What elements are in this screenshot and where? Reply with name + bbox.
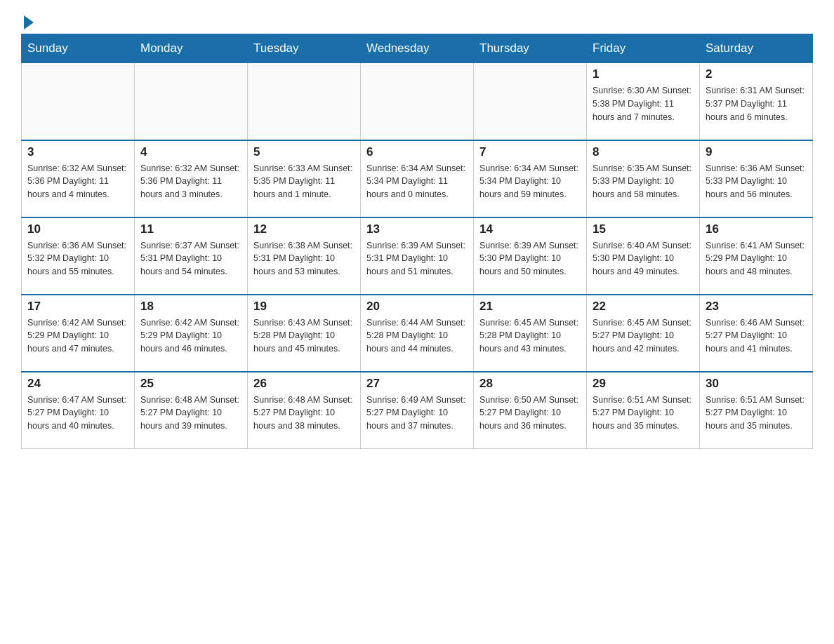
day-number: 25 [140,377,241,391]
day-number: 28 [479,377,581,391]
calendar-week-row: 24Sunrise: 6:47 AM Sunset: 5:27 PM Dayli… [22,372,813,449]
calendar-cell: 27Sunrise: 6:49 AM Sunset: 5:27 PM Dayli… [361,372,474,449]
day-number: 19 [253,300,355,314]
calendar-cell [474,63,587,140]
day-number: 24 [27,377,128,391]
day-number: 15 [593,222,694,236]
calendar-cell [135,63,248,140]
day-info: Sunrise: 6:46 AM Sunset: 5:27 PM Dayligh… [706,316,807,356]
day-number: 10 [27,222,128,236]
day-header-friday: Friday [587,34,700,63]
day-info: Sunrise: 6:36 AM Sunset: 5:32 PM Dayligh… [27,239,128,279]
calendar-cell: 1Sunrise: 6:30 AM Sunset: 5:38 PM Daylig… [587,63,700,140]
day-info: Sunrise: 6:47 AM Sunset: 5:27 PM Dayligh… [27,394,128,433]
day-number: 20 [366,300,468,314]
day-number: 6 [366,145,468,159]
calendar-header-row: SundayMondayTuesdayWednesdayThursdayFrid… [22,34,813,63]
day-number: 12 [253,222,355,236]
day-info: Sunrise: 6:50 AM Sunset: 5:27 PM Dayligh… [479,394,581,433]
calendar-cell: 9Sunrise: 6:36 AM Sunset: 5:33 PM Daylig… [700,140,813,217]
day-number: 8 [593,145,694,159]
day-header-sunday: Sunday [22,34,135,63]
day-number: 1 [593,67,694,81]
calendar-cell: 24Sunrise: 6:47 AM Sunset: 5:27 PM Dayli… [22,372,135,449]
calendar-cell: 19Sunrise: 6:43 AM Sunset: 5:28 PM Dayli… [248,295,361,372]
day-info: Sunrise: 6:45 AM Sunset: 5:27 PM Dayligh… [593,316,694,356]
day-info: Sunrise: 6:48 AM Sunset: 5:27 PM Dayligh… [140,394,241,433]
day-number: 5 [253,145,355,159]
day-info: Sunrise: 6:51 AM Sunset: 5:27 PM Dayligh… [593,394,694,433]
day-number: 11 [140,222,241,236]
calendar-cell: 5Sunrise: 6:33 AM Sunset: 5:35 PM Daylig… [248,140,361,217]
day-info: Sunrise: 6:40 AM Sunset: 5:30 PM Dayligh… [593,239,694,279]
day-info: Sunrise: 6:48 AM Sunset: 5:27 PM Dayligh… [253,394,355,433]
calendar-cell: 30Sunrise: 6:51 AM Sunset: 5:27 PM Dayli… [700,372,813,449]
page-header [21,14,813,27]
calendar-cell: 23Sunrise: 6:46 AM Sunset: 5:27 PM Dayli… [700,295,813,372]
calendar-cell: 22Sunrise: 6:45 AM Sunset: 5:27 PM Dayli… [587,295,700,372]
day-info: Sunrise: 6:42 AM Sunset: 5:29 PM Dayligh… [140,316,241,356]
day-info: Sunrise: 6:35 AM Sunset: 5:33 PM Dayligh… [593,162,694,201]
day-number: 23 [706,300,807,314]
day-info: Sunrise: 6:32 AM Sunset: 5:36 PM Dayligh… [140,162,241,201]
calendar-cell: 6Sunrise: 6:34 AM Sunset: 5:34 PM Daylig… [361,140,474,217]
day-info: Sunrise: 6:33 AM Sunset: 5:35 PM Dayligh… [253,162,355,201]
day-info: Sunrise: 6:36 AM Sunset: 5:33 PM Dayligh… [706,162,807,201]
day-info: Sunrise: 6:34 AM Sunset: 5:34 PM Dayligh… [366,162,468,201]
day-number: 26 [253,377,355,391]
calendar-cell: 14Sunrise: 6:39 AM Sunset: 5:30 PM Dayli… [474,217,587,295]
day-number: 16 [706,222,807,236]
day-info: Sunrise: 6:38 AM Sunset: 5:31 PM Dayligh… [253,239,355,279]
calendar-cell: 11Sunrise: 6:37 AM Sunset: 5:31 PM Dayli… [135,217,248,295]
calendar-cell: 18Sunrise: 6:42 AM Sunset: 5:29 PM Dayli… [135,295,248,372]
day-info: Sunrise: 6:39 AM Sunset: 5:30 PM Dayligh… [479,239,581,279]
day-info: Sunrise: 6:30 AM Sunset: 5:38 PM Dayligh… [593,84,694,123]
calendar-cell: 16Sunrise: 6:41 AM Sunset: 5:29 PM Dayli… [700,217,813,295]
logo [21,14,34,27]
calendar-cell: 12Sunrise: 6:38 AM Sunset: 5:31 PM Dayli… [248,217,361,295]
calendar-cell: 17Sunrise: 6:42 AM Sunset: 5:29 PM Dayli… [22,295,135,372]
day-info: Sunrise: 6:49 AM Sunset: 5:27 PM Dayligh… [366,394,468,433]
calendar-table: SundayMondayTuesdayWednesdayThursdayFrid… [21,34,813,449]
day-header-wednesday: Wednesday [361,34,474,63]
day-header-tuesday: Tuesday [248,34,361,63]
calendar-cell: 2Sunrise: 6:31 AM Sunset: 5:37 PM Daylig… [700,63,813,140]
day-number: 4 [140,145,241,159]
day-number: 2 [706,67,807,81]
logo-arrow-icon [24,15,34,29]
day-info: Sunrise: 6:31 AM Sunset: 5:37 PM Dayligh… [706,84,807,123]
day-number: 17 [27,300,128,314]
day-info: Sunrise: 6:34 AM Sunset: 5:34 PM Dayligh… [479,162,581,201]
day-number: 30 [706,377,807,391]
day-number: 18 [140,300,241,314]
calendar-cell: 8Sunrise: 6:35 AM Sunset: 5:33 PM Daylig… [587,140,700,217]
day-number: 29 [593,377,694,391]
day-number: 3 [27,145,128,159]
day-number: 7 [479,145,581,159]
day-header-thursday: Thursday [474,34,587,63]
calendar-cell [22,63,135,140]
day-number: 21 [479,300,581,314]
calendar-cell: 20Sunrise: 6:44 AM Sunset: 5:28 PM Dayli… [361,295,474,372]
calendar-week-row: 17Sunrise: 6:42 AM Sunset: 5:29 PM Dayli… [22,295,813,372]
calendar-cell [248,63,361,140]
day-info: Sunrise: 6:37 AM Sunset: 5:31 PM Dayligh… [140,239,241,279]
day-info: Sunrise: 6:42 AM Sunset: 5:29 PM Dayligh… [27,316,128,356]
day-info: Sunrise: 6:43 AM Sunset: 5:28 PM Dayligh… [253,316,355,356]
day-header-monday: Monday [135,34,248,63]
day-info: Sunrise: 6:32 AM Sunset: 5:36 PM Dayligh… [27,162,128,201]
calendar-cell: 13Sunrise: 6:39 AM Sunset: 5:31 PM Dayli… [361,217,474,295]
day-number: 14 [479,222,581,236]
day-info: Sunrise: 6:51 AM Sunset: 5:27 PM Dayligh… [706,394,807,433]
calendar-cell: 7Sunrise: 6:34 AM Sunset: 5:34 PM Daylig… [474,140,587,217]
day-info: Sunrise: 6:41 AM Sunset: 5:29 PM Dayligh… [706,239,807,279]
day-info: Sunrise: 6:44 AM Sunset: 5:28 PM Dayligh… [366,316,468,356]
calendar-week-row: 1Sunrise: 6:30 AM Sunset: 5:38 PM Daylig… [22,63,813,140]
calendar-cell: 15Sunrise: 6:40 AM Sunset: 5:30 PM Dayli… [587,217,700,295]
calendar-cell: 28Sunrise: 6:50 AM Sunset: 5:27 PM Dayli… [474,372,587,449]
calendar-cell: 3Sunrise: 6:32 AM Sunset: 5:36 PM Daylig… [22,140,135,217]
calendar-cell: 21Sunrise: 6:45 AM Sunset: 5:28 PM Dayli… [474,295,587,372]
calendar-cell: 26Sunrise: 6:48 AM Sunset: 5:27 PM Dayli… [248,372,361,449]
day-number: 13 [366,222,468,236]
calendar-cell: 4Sunrise: 6:32 AM Sunset: 5:36 PM Daylig… [135,140,248,217]
